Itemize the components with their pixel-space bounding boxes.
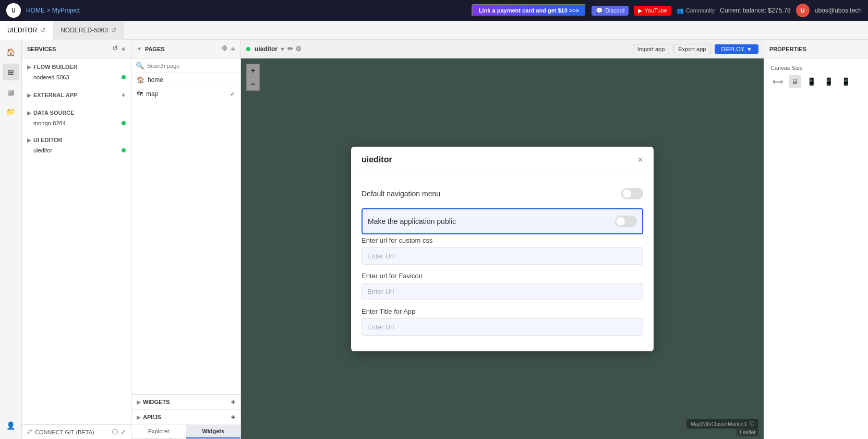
info-icon: ⓘ	[112, 428, 118, 436]
community-button[interactable]: 👥 Community	[677, 7, 715, 14]
public-toggle[interactable]	[615, 216, 637, 227]
refresh-icon-nodered[interactable]: ↺	[111, 27, 116, 34]
status-dot-nodered	[122, 75, 126, 79]
tab-uieditor[interactable]: UIEDITOR ↺	[0, 21, 53, 40]
default-nav-toggle[interactable]	[621, 188, 643, 199]
pages-bottom: ▶ WIDGETS + ▶ API/JS + Explorer Widgets	[131, 394, 240, 439]
modal-body: Default navigation menu Make the applica…	[351, 173, 654, 351]
ui-editor-section: ▶ UI EDITOR uieditor	[22, 132, 131, 159]
search-input[interactable]	[147, 63, 236, 69]
breadcrumb-project[interactable]: MyProject	[52, 7, 80, 14]
explorer-widgets-tabs: Explorer Widgets	[131, 425, 240, 439]
community-icon: 👥	[677, 7, 684, 14]
tab-explorer[interactable]: Explorer	[131, 425, 186, 438]
main-layout: 🏠 ⊞ ▦ 📁 👤 SERVICES ↺ + ▶ FLOW BUILDER no…	[0, 40, 868, 439]
editor-topbar: uieditor ▼ ✏ ⚙ Import app Export app DEP…	[241, 40, 764, 58]
expand-icon: ⤢	[121, 429, 126, 435]
icon-bar-layout[interactable]: ▦	[3, 84, 19, 100]
breadcrumb: HOME > MyProject	[26, 7, 80, 14]
promo-button[interactable]: Link a payment card and get $10 >>>	[472, 4, 586, 17]
icon-bar-grid[interactable]: ⊞	[3, 64, 19, 80]
editor-status-dot	[246, 47, 250, 51]
icon-bar-user[interactable]: 👤	[3, 417, 19, 434]
tab-bar: UIEDITOR ↺ NODERED-5063 ↺	[0, 21, 868, 40]
add-apijs-icon[interactable]: +	[231, 413, 235, 421]
export-app-button[interactable]: Export app	[673, 44, 710, 54]
icon-bar-folder[interactable]: 📁	[3, 103, 19, 120]
modal: uieditor × Default navigation menu Make …	[351, 147, 654, 351]
canvas-small-mobile-icon[interactable]: 📱	[839, 75, 852, 88]
modal-field-title: Enter Title for App	[361, 307, 643, 336]
search-icon: 🔍	[136, 62, 144, 69]
favicon-url-input[interactable]	[361, 283, 643, 300]
title-url-input[interactable]	[361, 318, 643, 336]
add-service-icon[interactable]: +	[121, 44, 126, 53]
icon-bar-home[interactable]: 🏠	[3, 44, 19, 61]
widgets-section-header[interactable]: ▶ WIDGETS +	[131, 395, 240, 410]
logo: U	[6, 3, 21, 18]
flow-builder-header[interactable]: ▶ FLOW BUILDER	[22, 62, 131, 72]
status-dot-mongo	[122, 121, 126, 125]
tab-widgets[interactable]: Widgets	[186, 425, 241, 438]
active-check: ✓	[230, 90, 235, 98]
git-icon: ⇄	[27, 429, 32, 435]
canvas-expand-icon[interactable]: ⟺	[770, 75, 785, 88]
import-app-button[interactable]: Import app	[633, 44, 670, 54]
editor-settings-icon[interactable]: ⚙	[295, 45, 302, 53]
editor-canvas: + − Leaflet MapWithClusterMarker1 ⓘ uied…	[241, 58, 764, 439]
sidebar-item-uieditor[interactable]: uieditor	[22, 145, 131, 156]
canvas-mobile-icon[interactable]: 📱	[822, 75, 835, 88]
deploy-button[interactable]: DEPLOY ▼	[715, 44, 758, 54]
canvas-desktop-icon[interactable]: 🖥	[789, 75, 801, 88]
modal-row-public: Make the application public	[361, 208, 643, 234]
modal-row-default-nav: Default navigation menu	[361, 182, 643, 206]
map-page-icon: 🗺	[137, 90, 143, 98]
pages-settings-icon[interactable]: ⚙	[221, 44, 227, 53]
home-page-icon: 🏠	[137, 76, 144, 84]
refresh-icon[interactable]: ↺	[40, 27, 45, 34]
editor-actions: Import app Export app DEPLOY ▼	[633, 44, 758, 54]
services-sidebar: SERVICES ↺ + ▶ FLOW BUILDER nodered-5063…	[22, 40, 131, 439]
title-field-label: Enter Title for App	[361, 307, 643, 315]
sidebar-item-mongo[interactable]: mongo-8284	[22, 118, 131, 128]
data-source-header[interactable]: ▶ DATA SOURCE	[22, 108, 131, 118]
properties-panel: PROPERTIES Canvas Size ⟺ 🖥 📱 📱 📱	[764, 40, 868, 439]
tab-nodered[interactable]: NODERED-5063 ↺	[53, 21, 124, 40]
connect-git-button[interactable]: ⇄ CONNECT GIT (BETA) ⓘ ⤢	[22, 424, 131, 439]
editor-dropdown-icon[interactable]: ▼	[280, 46, 285, 52]
data-source-section: ▶ DATA SOURCE mongo-8284	[22, 104, 131, 132]
user-menu[interactable]: ubos@ubos.tech	[815, 7, 862, 14]
ui-editor-header[interactable]: ▶ UI EDITOR	[22, 135, 131, 145]
discord-button[interactable]: 💬 Discord	[592, 6, 629, 16]
pages-header: ▼ PAGES ⚙ +	[131, 40, 240, 58]
editor-edit-icon[interactable]: ✏	[287, 45, 293, 53]
pages-add-icon[interactable]: +	[231, 44, 235, 53]
canvas-tablet-icon[interactable]: 📱	[805, 75, 818, 88]
status-dot-uieditor	[122, 148, 126, 152]
deploy-chevron-icon: ▼	[746, 46, 752, 52]
avatar: U	[796, 4, 810, 17]
external-app-header[interactable]: ▶ EXTERNAL APP +	[22, 89, 131, 101]
css-field-label: Enter url for custom css	[361, 236, 643, 244]
refresh-services-icon[interactable]: ↺	[112, 44, 118, 53]
icon-bar: 🏠 ⊞ ▦ 📁 👤	[0, 40, 22, 439]
add-external-icon[interactable]: +	[122, 91, 126, 99]
pages-search-bar: 🔍	[131, 58, 240, 73]
youtube-button[interactable]: ▶ YouTube	[634, 6, 671, 16]
discord-icon: 💬	[596, 7, 603, 14]
pages-list: 🏠 home 🗺 map ✓	[131, 73, 240, 394]
modal-overlay[interactable]: uieditor × Default navigation menu Make …	[241, 58, 764, 439]
css-url-input[interactable]	[361, 247, 643, 265]
page-item-home[interactable]: 🏠 home	[131, 73, 240, 87]
canvas-size-icons: ⟺ 🖥 📱 📱 📱	[770, 75, 862, 88]
editor-title-block: uieditor ▼ ✏ ⚙	[255, 45, 302, 53]
page-item-map[interactable]: 🗺 map ✓	[131, 87, 240, 101]
flow-builder-section: ▶ FLOW BUILDER nodered-5063	[22, 58, 131, 86]
sidebar-item-nodered[interactable]: nodered-5063	[22, 72, 131, 82]
apijs-section-header[interactable]: ▶ API/JS +	[131, 410, 240, 425]
breadcrumb-home[interactable]: HOME	[26, 7, 45, 14]
properties-content: Canvas Size ⟺ 🖥 📱 📱 📱	[764, 58, 868, 94]
modal-close-button[interactable]: ×	[637, 155, 643, 164]
add-widget-icon[interactable]: +	[231, 398, 235, 406]
editor-area: uieditor ▼ ✏ ⚙ Import app Export app DEP…	[241, 40, 764, 439]
